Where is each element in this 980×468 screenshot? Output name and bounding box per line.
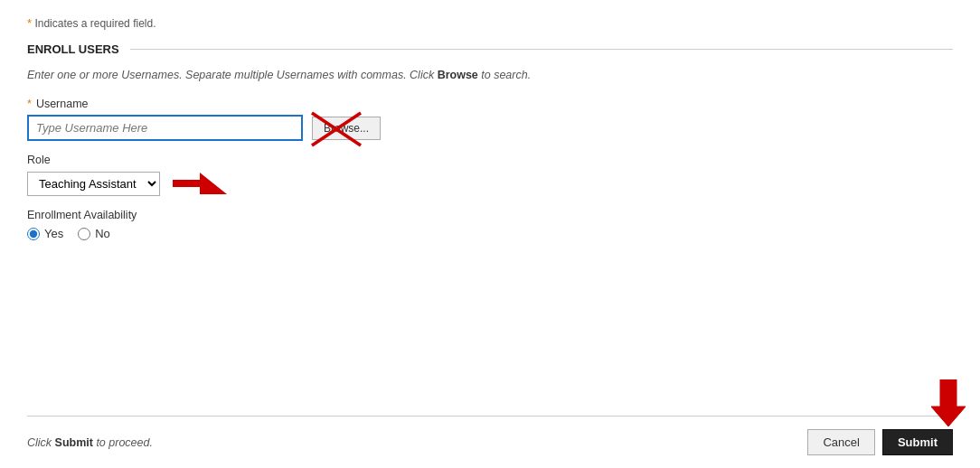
yes-label: Yes	[44, 227, 63, 240]
role-arrow-icon	[173, 171, 227, 196]
no-radio[interactable]	[78, 228, 90, 240]
section-title-row: ENROLL USERS	[27, 42, 953, 56]
submit-down-arrow-icon	[931, 379, 966, 426]
no-radio-option[interactable]: No	[78, 227, 110, 240]
browse-btn-wrapper: Browse...	[312, 117, 381, 140]
no-label: No	[95, 227, 110, 240]
svg-marker-3	[931, 379, 966, 426]
username-label: * Username	[27, 98, 953, 110]
bottom-section: Click Submit to proceed. Cancel Submit	[27, 416, 953, 468]
role-section: Role Teaching Assistant Student Instruct…	[27, 154, 953, 196]
required-notice: * Indicates a required field.	[27, 16, 953, 30]
username-field-group: * Username Browse...	[27, 98, 953, 141]
yes-radio-option[interactable]: Yes	[27, 227, 63, 240]
enrollment-label: Enrollment Availability	[27, 209, 953, 221]
page-wrapper: * Indicates a required field. ENROLL USE…	[0, 0, 980, 468]
submit-bold: Submit	[55, 436, 93, 449]
yes-radio[interactable]	[27, 228, 40, 240]
svg-marker-2	[173, 173, 227, 194]
role-select[interactable]: Teaching Assistant Student Instructor Co…	[27, 172, 160, 196]
role-row: Teaching Assistant Student Instructor Co…	[27, 171, 953, 196]
username-label-text: Username	[36, 98, 89, 110]
down-arrow-wrapper	[931, 379, 966, 429]
username-input[interactable]	[27, 115, 303, 141]
radio-row: Yes No	[27, 227, 953, 240]
username-asterisk: *	[27, 98, 32, 110]
section-divider	[130, 49, 953, 50]
bottom-notice: Click Submit to proceed.	[27, 436, 153, 449]
username-row: Browse...	[27, 115, 953, 141]
btn-group: Cancel Submit	[807, 429, 953, 455]
browse-button[interactable]: Browse...	[312, 117, 381, 140]
cancel-button[interactable]: Cancel	[807, 429, 874, 455]
instructions: Enter one or more Usernames. Separate mu…	[27, 69, 953, 81]
submit-button[interactable]: Submit	[882, 429, 953, 455]
enrollment-section: Enrollment Availability Yes No	[27, 209, 953, 240]
role-label: Role	[27, 154, 953, 166]
required-text: Indicates a required field.	[32, 17, 155, 30]
section-title: ENROLL USERS	[27, 42, 119, 56]
instructions-browse-bold: Browse	[438, 69, 478, 81]
